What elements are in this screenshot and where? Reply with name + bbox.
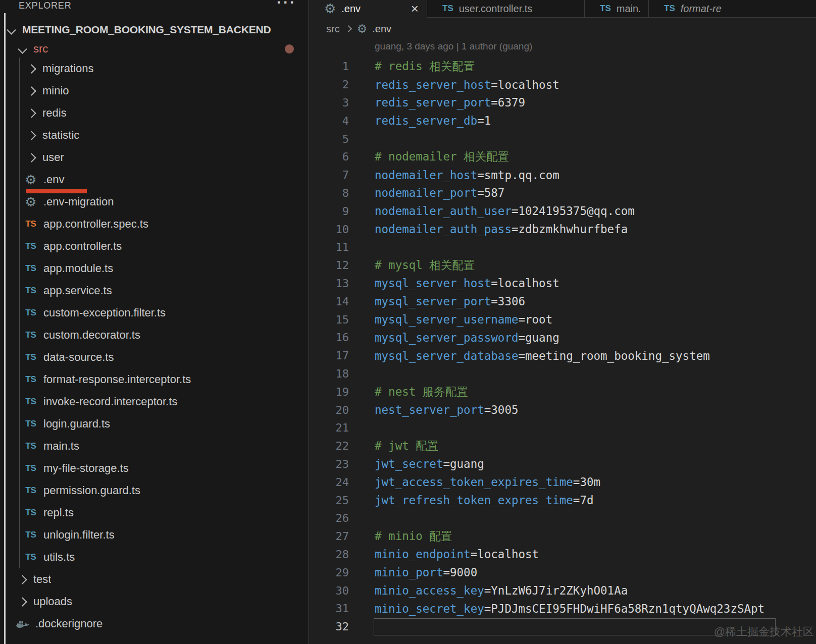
- tree-item-app.controller.ts[interactable]: TSapp.controller.ts: [0, 235, 309, 257]
- tree-item-label: custom-exception.filter.ts: [43, 306, 166, 319]
- tree-item-user[interactable]: user: [0, 146, 309, 169]
- code-line-5[interactable]: 5: [309, 130, 816, 148]
- code-line-4[interactable]: 4redis_server_db=1: [309, 112, 816, 130]
- line-number: 10: [309, 223, 349, 236]
- code-line-10[interactable]: 10nodemailer_auth_pass=zdbzmkhwhurfbefa: [309, 220, 816, 238]
- ts-icon: TS: [25, 286, 36, 296]
- chevron-right-icon: [24, 88, 38, 94]
- code-line-31[interactable]: 31minio_secret_key=PJDJmsCEI95FHDwiHF6a5…: [309, 600, 816, 618]
- breadcrumb-file[interactable]: .env: [372, 23, 391, 35]
- more-actions-icon[interactable]: ···: [277, 0, 296, 11]
- code-line-19[interactable]: 19# nest 服务配置: [309, 383, 816, 401]
- code-line-15[interactable]: 15mysql_server_username=root: [309, 310, 816, 329]
- tree-item-.env[interactable]: ⚙.env: [0, 169, 309, 191]
- breadcrumb-folder[interactable]: src: [326, 23, 340, 35]
- tree-item-app.controller.spec.ts[interactable]: TSapp.controller.spec.ts: [0, 213, 309, 235]
- tree-item-.dockerignore[interactable]: .dockerignore: [0, 613, 309, 635]
- chevron-down-icon: [15, 46, 29, 52]
- tree-item-data-source.ts[interactable]: TSdata-source.ts: [0, 346, 309, 368]
- tree-item-login.guard.ts[interactable]: TSlogin.guard.ts: [0, 413, 309, 435]
- tree-item-utils.ts[interactable]: TSutils.ts: [0, 546, 309, 568]
- close-icon[interactable]: ×: [406, 2, 419, 15]
- ts-icon: TS: [25, 330, 36, 340]
- tree-item-app.service.ts[interactable]: TSapp.service.ts: [0, 280, 309, 302]
- code-line-23[interactable]: 23jwt_secret=guang: [309, 455, 816, 473]
- code-line-11[interactable]: 11: [309, 238, 816, 256]
- tree-item-label: .env-migration: [43, 195, 114, 208]
- code-line-26[interactable]: 26: [309, 509, 816, 527]
- file-icon-box: TS: [22, 397, 39, 407]
- tree-item-invoke-record.interceptor.ts[interactable]: TSinvoke-record.interceptor.ts: [0, 391, 309, 413]
- tab-format-re[interactable]: TSformat-re: [649, 0, 816, 18]
- tree-item-app.module.ts[interactable]: TSapp.module.ts: [0, 257, 309, 280]
- tab-label: user.controller.ts: [459, 3, 533, 15]
- tree-item-label: invoke-record.interceptor.ts: [43, 395, 177, 408]
- code-line-17[interactable]: 17mysql_server_database=meeting_room_boo…: [309, 347, 816, 365]
- code-line-2[interactable]: 2redis_server_host=localhost: [309, 76, 816, 94]
- line-content: # nodemailer 相关配置: [375, 149, 509, 165]
- file-icon-box: TS: [22, 286, 39, 296]
- code-line-25[interactable]: 25jwt_refresh_token_expres_time=7d: [309, 491, 816, 509]
- tree-item-repl.ts[interactable]: TSrepl.ts: [0, 502, 309, 524]
- code-line-14[interactable]: 14mysql_server_port=3306: [309, 292, 816, 310]
- line-number: 26: [309, 512, 349, 524]
- tree-root-folder[interactable]: MEETING_ROOM_BOOKING_SYSTEM_BACKEND: [0, 19, 309, 40]
- tree-item-permission.guard.ts[interactable]: TSpermission.guard.ts: [0, 479, 309, 502]
- ts-test-icon: TS: [25, 219, 36, 229]
- line-number: 15: [309, 313, 349, 326]
- code-line-29[interactable]: 29minio_port=9000: [309, 563, 816, 581]
- tree-item-main.ts[interactable]: TSmain.ts: [0, 435, 309, 457]
- file-icon-box: ⚙: [22, 173, 39, 186]
- tree-item-unlogin.filter.ts[interactable]: TSunlogin.filter.ts: [0, 524, 309, 546]
- file-icon-box: TS: [22, 330, 39, 340]
- code-line-7[interactable]: 7nodemailer_host=smtp.qq.com: [309, 166, 816, 184]
- line-number: 9: [309, 205, 349, 218]
- tab-main.ts[interactable]: TSmain.ts: [585, 0, 649, 18]
- breadcrumb[interactable]: src ⚙ .env: [326, 18, 391, 40]
- code-area[interactable]: 1# redis 相关配置2redis_server_host=localhos…: [309, 58, 816, 636]
- code-line-27[interactable]: 27# minio 配置: [309, 527, 816, 546]
- tree-item-minio[interactable]: minio: [0, 80, 309, 102]
- tree-item-custom-exception.filter.ts[interactable]: TScustom-exception.filter.ts: [0, 302, 309, 324]
- ts-icon: TS: [442, 4, 453, 14]
- tree-item-src[interactable]: src: [0, 40, 309, 58]
- code-line-21[interactable]: 21: [309, 419, 816, 437]
- ts-icon: TS: [25, 508, 36, 518]
- tree-item-label: custom.decorator.ts: [43, 329, 140, 342]
- code-line-30[interactable]: 30minio_access_key=YnLzW6J7ir2ZKyhO01Aa: [309, 581, 816, 600]
- tree-item-test[interactable]: test: [0, 568, 309, 591]
- code-line-18[interactable]: 18: [309, 365, 816, 383]
- code-line-9[interactable]: 9nodemailer_auth_user=1024195375@qq.com: [309, 202, 816, 220]
- watermark: @稀土掘金技术社区: [714, 624, 814, 639]
- tree-item-my-file-storage.ts[interactable]: TSmy-file-storage.ts: [0, 457, 309, 479]
- tree-item-eslintrc[interactable]: [0, 635, 309, 644]
- code-line-13[interactable]: 13mysql_server_host=localhost: [309, 275, 816, 293]
- code-line-3[interactable]: 3redis_server_port=6379: [309, 94, 816, 112]
- code-line-28[interactable]: 28minio_endpoint=localhost: [309, 546, 816, 564]
- code-line-6[interactable]: 6# nodemailer 相关配置: [309, 148, 816, 166]
- code-line-22[interactable]: 22# jwt 配置: [309, 437, 816, 455]
- tab-.env[interactable]: ⚙.env×: [309, 0, 427, 18]
- tab-user.controller.ts[interactable]: TSuser.controller.ts: [427, 0, 585, 18]
- tree-item-label: .dockerignore: [35, 617, 103, 630]
- code-line-8[interactable]: 8nodemailer_port=587: [309, 184, 816, 202]
- tree-item-migrations[interactable]: migrations: [0, 58, 309, 80]
- code-line-20[interactable]: 20nest_server_port=3005: [309, 401, 816, 419]
- code-line-1[interactable]: 1# redis 相关配置: [309, 58, 816, 76]
- tree-item-.env-migration[interactable]: ⚙.env-migration: [0, 191, 309, 213]
- line-content: mysql_server_port=3306: [375, 295, 525, 308]
- gear-icon: ⚙: [357, 23, 368, 35]
- tree-item-label: data-source.ts: [43, 351, 114, 364]
- chevron-right-icon: [27, 64, 36, 73]
- tree-item-uploads[interactable]: uploads: [0, 591, 309, 613]
- tree-item-custom.decorator.ts[interactable]: TScustom.decorator.ts: [0, 324, 309, 346]
- code-line-16[interactable]: 16mysql_server_password=guang: [309, 329, 816, 347]
- code-line-24[interactable]: 24jwt_access_token_expires_time=30m: [309, 473, 816, 491]
- code-line-12[interactable]: 12# mysql 相关配置: [309, 256, 816, 275]
- tree-item-format-response.interceptor.ts[interactable]: TSformat-response.interceptor.ts: [0, 368, 309, 391]
- file-icon-box: TS: [22, 463, 39, 473]
- ts-icon: TS: [25, 463, 36, 473]
- tree-item-redis[interactable]: redis: [0, 102, 309, 124]
- tree-item-statistic[interactable]: statistic: [0, 124, 309, 146]
- tab-label: main.ts: [617, 3, 640, 15]
